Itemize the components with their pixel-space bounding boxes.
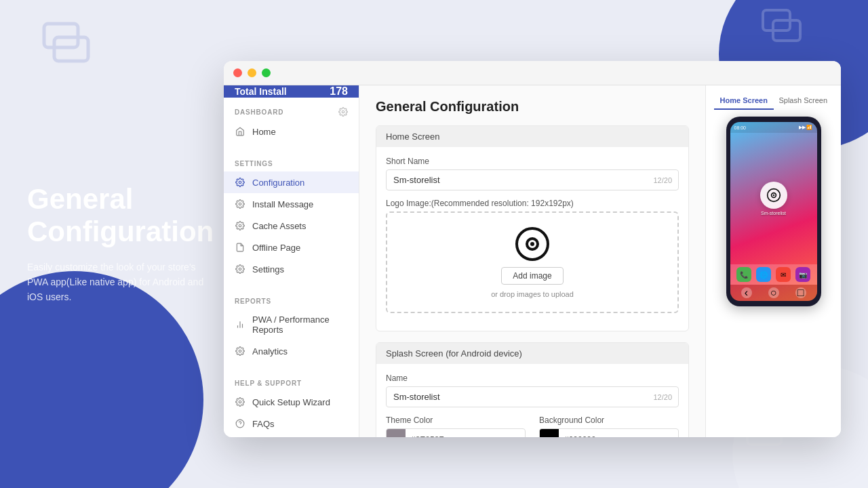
settings-menu-icon bbox=[235, 264, 245, 274]
sidebar-item-label-analytics: Analytics bbox=[252, 346, 288, 357]
sidebar-header: Total Install 178 bbox=[224, 85, 359, 98]
home-screen-header: Home Screen bbox=[376, 126, 688, 147]
phone-app-label: Sm-storelist bbox=[761, 211, 786, 216]
logo-label: Logo Image:(Recommended resolution: 192x… bbox=[386, 199, 679, 208]
bg-color-field: Background Color #000000 bbox=[539, 415, 679, 437]
sidebar-item-offline-page[interactable]: Offline Page bbox=[224, 237, 359, 258]
sidebar: Total Install 178 DASHBOARD Home bbox=[224, 85, 359, 437]
bg-color-input-wrap: #000000 bbox=[539, 428, 679, 437]
left-panel: General Configuration Easily customize t… bbox=[27, 183, 217, 305]
sidebar-item-home[interactable]: Home bbox=[224, 121, 359, 142]
faqs-icon bbox=[235, 418, 245, 429]
sidebar-section-label-help: HELP & SUPPORT bbox=[224, 377, 359, 391]
short-name-row: Short Name 12/20 bbox=[386, 157, 679, 190]
svg-point-14 bbox=[239, 350, 241, 352]
sidebar-item-configuration[interactable]: Configuration bbox=[224, 171, 359, 193]
svg-point-8 bbox=[239, 203, 241, 205]
short-name-label: Short Name bbox=[386, 157, 679, 166]
sidebar-item-label-home: Home bbox=[252, 127, 276, 137]
upload-logo-icon bbox=[515, 226, 550, 262]
sidebar-item-label-cache-assets: Cache Assets bbox=[252, 221, 307, 231]
svg-point-10 bbox=[239, 268, 241, 270]
sidebar-section-label-settings: SETTINGS bbox=[224, 157, 359, 171]
home-screen-section: Home Screen Short Name 12/20 Logo Image:… bbox=[376, 125, 689, 331]
sidebar-item-install-message[interactable]: Install Message bbox=[224, 193, 359, 215]
svg-point-6 bbox=[342, 110, 344, 113]
sidebar-item-pwa-reports[interactable]: PWA / Performance Reports bbox=[224, 309, 359, 340]
offline-page-icon bbox=[235, 242, 245, 253]
preview-tabs: Home Screen Splash Screen bbox=[714, 92, 833, 110]
theme-color-value: #8E858F bbox=[406, 435, 525, 437]
dock-gmail-icon: ✉ bbox=[776, 267, 791, 282]
window-titlebar bbox=[224, 61, 841, 85]
add-image-button[interactable]: Add image bbox=[501, 267, 563, 285]
sidebar-item-faqs[interactable]: FAQs bbox=[224, 413, 359, 434]
bg-icon-top-left bbox=[41, 20, 122, 75]
theme-color-input-wrap: #8E858F bbox=[386, 428, 526, 437]
splash-name-label: Name bbox=[386, 373, 679, 383]
short-name-count: 12/20 bbox=[653, 176, 672, 184]
splash-screen-body: Name 12/20 Theme Color #8E858F bbox=[376, 364, 688, 437]
color-row: Theme Color #8E858F Background Color #00… bbox=[386, 415, 679, 437]
sidebar-item-write-review[interactable]: Write a Review bbox=[224, 434, 359, 437]
tab-splash-screen[interactable]: Splash Screen bbox=[774, 92, 833, 110]
theme-color-label: Theme Color bbox=[386, 415, 526, 425]
sidebar-item-settings[interactable]: Settings bbox=[224, 258, 359, 280]
tab-home-screen[interactable]: Home Screen bbox=[714, 92, 774, 110]
image-upload-area[interactable]: Add image or drop images to upload bbox=[386, 211, 679, 313]
sidebar-section-help: HELP & SUPPORT Quick Setup Wizard FAQs bbox=[224, 370, 359, 437]
dock-camera-icon: 📷 bbox=[795, 267, 810, 282]
install-message-icon bbox=[235, 199, 245, 209]
splash-name-input[interactable] bbox=[386, 386, 679, 407]
hero-description: Easily customize the look of your store'… bbox=[27, 260, 217, 305]
app-window: Total Install 178 DASHBOARD Home bbox=[224, 61, 841, 437]
settings-icon bbox=[338, 107, 348, 117]
short-name-input[interactable] bbox=[386, 169, 679, 190]
sidebar-section-label-reports: REPORTS bbox=[224, 295, 359, 309]
hero-title: General Configuration bbox=[27, 183, 217, 249]
phone-dock: 📞 🌐 ✉ 📷 bbox=[730, 264, 817, 285]
phone-home-area: Sm-storelist bbox=[730, 133, 817, 264]
bg-color-value: #000000 bbox=[559, 435, 678, 437]
quick-setup-icon bbox=[235, 396, 245, 407]
main-content: General Configuration Home Screen Short … bbox=[359, 85, 705, 437]
analytics-icon bbox=[235, 346, 245, 357]
close-button[interactable] bbox=[233, 68, 242, 77]
maximize-button[interactable] bbox=[262, 68, 271, 77]
splash-name-row: Name 12/20 bbox=[386, 373, 679, 407]
minimize-button[interactable] bbox=[248, 68, 256, 77]
window-body: Total Install 178 DASHBOARD Home bbox=[224, 85, 841, 437]
sidebar-item-label-settings: Settings bbox=[252, 264, 284, 274]
sidebar-item-label-configuration: Configuration bbox=[252, 178, 304, 188]
sidebar-item-label-pwa-reports: PWA / Performance Reports bbox=[252, 314, 348, 335]
bg-icon-top-right bbox=[760, 7, 827, 61]
short-name-input-wrap: 12/20 bbox=[386, 169, 679, 190]
sidebar-section-dashboard: DASHBOARD Home bbox=[224, 98, 359, 145]
theme-color-swatch[interactable] bbox=[387, 429, 406, 437]
splash-name-count: 12/20 bbox=[653, 393, 672, 401]
sidebar-item-label-quick-setup: Quick Setup Wizard bbox=[252, 397, 330, 407]
page-title: General Configuration bbox=[376, 99, 689, 115]
sidebar-item-analytics[interactable]: Analytics bbox=[224, 340, 359, 362]
cache-assets-icon bbox=[235, 220, 245, 231]
phone-time: 08:00 bbox=[734, 125, 747, 130]
home-icon bbox=[235, 126, 245, 137]
logo-image-row: Logo Image:(Recommended resolution: 192x… bbox=[386, 199, 679, 313]
svg-point-9 bbox=[239, 224, 241, 227]
phone-status-icons: ▶▶ 📶 bbox=[799, 125, 813, 130]
svg-point-15 bbox=[239, 401, 241, 403]
sidebar-total-install-label: Total Install bbox=[235, 86, 287, 97]
phone-app-icon bbox=[760, 182, 787, 209]
sidebar-item-cache-assets[interactable]: Cache Assets bbox=[224, 215, 359, 237]
sidebar-item-quick-setup[interactable]: Quick Setup Wizard bbox=[224, 391, 359, 413]
phone-mockup: 08:00 ▶▶ 📶 Sm-storelist bbox=[726, 117, 821, 306]
theme-color-field: Theme Color #8E858F bbox=[386, 415, 526, 437]
splash-screen-section: Splash Screen (for Android device) Name … bbox=[376, 342, 689, 437]
splash-screen-header: Splash Screen (for Android device) bbox=[376, 343, 688, 364]
sidebar-item-label-install-message: Install Message bbox=[252, 199, 313, 209]
sidebar-section-label-dashboard: DASHBOARD bbox=[224, 104, 359, 121]
bg-color-swatch[interactable] bbox=[540, 429, 559, 437]
dock-phone-icon: 📞 bbox=[736, 267, 751, 282]
preview-panel: Home Screen Splash Screen 08:00 ▶▶ 📶 bbox=[705, 85, 841, 437]
sidebar-item-label-faqs: FAQs bbox=[252, 419, 275, 429]
